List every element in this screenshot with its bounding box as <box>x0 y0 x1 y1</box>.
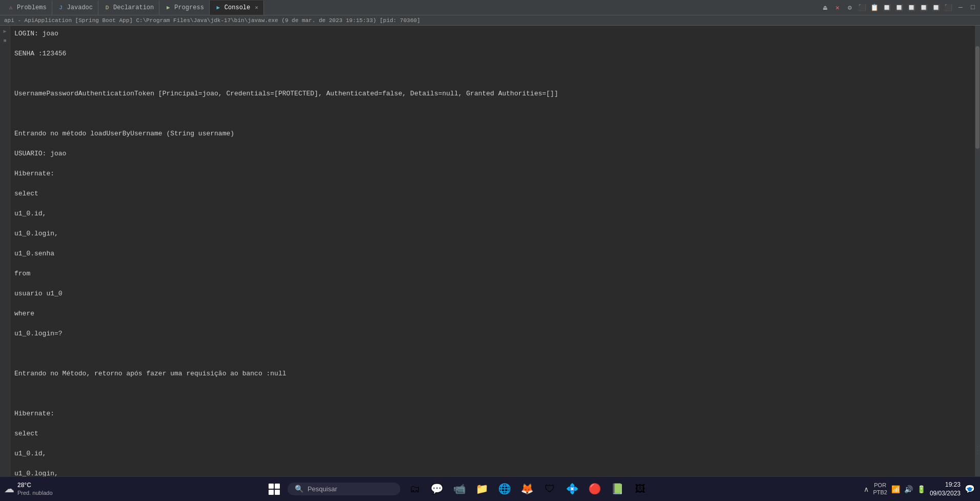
tab-label-javadoc: Javadoc <box>67 4 93 11</box>
console-line: SENHA :123456 <box>14 49 971 59</box>
notification-dot <box>968 487 972 491</box>
gutter-icon-2: ■ <box>2 37 9 44</box>
tab-label-declaration: Declaration <box>113 4 154 11</box>
toolbar-btn-stop[interactable]: ✕ <box>832 3 843 13</box>
taskbar-app-app2[interactable]: 🔴 <box>585 479 605 499</box>
tab-console[interactable]: ▶Console✕ <box>210 1 264 15</box>
console-line: u1_0.id, <box>14 449 971 459</box>
taskbar-app-chat-app[interactable]: 💬 <box>427 479 447 499</box>
taskbar-app-app4[interactable]: 🖼 <box>630 479 650 499</box>
tab-problems[interactable]: ⚠Problems <box>2 1 52 15</box>
tab-label-problems: Problems <box>17 4 47 11</box>
console-line: u1_0.login, <box>14 469 971 476</box>
console-content[interactable]: LOGIN: joaoSENHA :123456 UsernamePasswor… <box>10 26 975 476</box>
console-gutter: ▶ ■ <box>0 26 10 476</box>
console-line <box>14 69 971 79</box>
toolbar-btn-gear[interactable]: ⚙ <box>845 3 855 13</box>
taskbar-left: ☁ 28°C Pred. nublado <box>4 482 53 497</box>
taskbar-right: ∧ PORPTB2 📶 🔊 🔋 19:23 09/03/2023 💬 <box>863 480 976 498</box>
tray-battery[interactable]: 🔋 <box>916 484 927 494</box>
console-line: Entrando no método loadUserByUsername (S… <box>14 129 971 139</box>
console-line: u1_0.login=? <box>14 329 971 339</box>
tab-icon-progress: ▶ <box>165 4 172 11</box>
notification-area[interactable]: 💬 <box>964 483 976 495</box>
tab-label-console: Console <box>224 4 250 11</box>
info-bar-text: api - ApiApplication [Spring Boot App] C… <box>4 17 420 24</box>
tab-icon-problems: ⚠ <box>7 4 14 11</box>
scrollbar-thumb[interactable] <box>975 46 979 149</box>
console-line: select <box>14 429 971 439</box>
weather-widget[interactable]: ☁ 28°C Pred. nublado <box>4 482 53 497</box>
weather-text: 28°C Pred. nublado <box>17 482 53 497</box>
vertical-scrollbar[interactable]: ··· <box>975 26 980 476</box>
console-area: ▶ ■ LOGIN: joaoSENHA :123456 UsernamePas… <box>0 26 980 476</box>
tab-icon-javadoc: J <box>57 4 65 11</box>
tray-lang[interactable]: PORPTB2 <box>872 481 888 496</box>
console-line: where <box>14 309 971 319</box>
console-line: Hibernate: <box>14 409 971 419</box>
console-line: u1_0.id, <box>14 209 971 219</box>
gutter-icon-1: ▶ <box>2 28 9 35</box>
start-button[interactable] <box>265 480 283 498</box>
taskbar-app-security[interactable]: 🛡 <box>540 479 560 499</box>
taskbar-app-app3[interactable]: 📗 <box>607 479 628 499</box>
tab-progress[interactable]: ▶Progress <box>159 1 210 15</box>
console-line: from <box>14 269 971 279</box>
taskbar-app-app1[interactable]: 💠 <box>562 479 583 499</box>
toolbar-btn-clear[interactable]: ⬛ <box>857 3 867 13</box>
tab-icon-console: ▶ <box>215 4 222 11</box>
taskbar-app-video-call[interactable]: 📹 <box>450 479 470 499</box>
taskbar-app-files[interactable]: 📁 <box>472 479 493 499</box>
toolbar-btn-run[interactable]: ⏏ <box>820 3 830 13</box>
toolbar-btn-5[interactable]: 🔲 <box>931 3 941 13</box>
console-line <box>14 389 971 399</box>
tab-declaration[interactable]: DDeclaration <box>98 1 159 15</box>
taskbar-center: 🔍 Pesquisar 🗂💬📹📁🌐🦊🛡💠🔴📗🖼 <box>53 479 863 499</box>
taskbar: ☁ 28°C Pred. nublado 🔍 Pesquisar 🗂💬📹📁🌐🦊🛡… <box>0 476 980 501</box>
tab-javadoc[interactable]: JJavadoc <box>52 1 98 15</box>
taskbar-app-firefox[interactable]: 🦊 <box>517 479 538 499</box>
search-icon: 🔍 <box>295 485 303 493</box>
toolbar-btn-minimize[interactable]: — <box>955 3 966 13</box>
console-line: usuario u1_0 <box>14 289 971 299</box>
console-line: select <box>14 189 971 199</box>
windows-logo <box>269 484 280 495</box>
toolbar-btn-maximize[interactable]: □ <box>968 3 978 13</box>
toolbar-btn-4[interactable]: 🔲 <box>918 3 929 13</box>
toolbar-right: ⏏ ✕ ⚙ ⬛ 📋 🔲 🔲 🔲 🔲 🔲 ⬛ — □ <box>820 3 978 13</box>
info-bar: api - ApiApplication [Spring Boot App] C… <box>0 15 980 26</box>
console-line: Entrando no Método, retorno após fazer u… <box>14 369 971 379</box>
clock-time: 19:23 <box>945 480 961 489</box>
tray-icons: ∧ PORPTB2 📶 🔊 🔋 <box>863 481 927 496</box>
tab-label-progress: Progress <box>174 4 204 11</box>
tab-bar: ⚠ProblemsJJavadocDDeclaration▶Progress▶C… <box>0 0 980 15</box>
toolbar-btn-3[interactable]: 🔲 <box>906 3 916 13</box>
tray-chevron[interactable]: ∧ <box>863 484 870 494</box>
weather-temp: 28°C <box>17 482 53 490</box>
weather-icon: ☁ <box>4 483 14 495</box>
tab-icon-declaration: D <box>104 4 111 11</box>
toolbar-btn-copy[interactable]: 📋 <box>869 3 880 13</box>
toolbar-btn-6[interactable]: ⬛ <box>943 3 953 13</box>
taskbar-app-file-explorer[interactable]: 🗂 <box>404 479 425 499</box>
weather-condition: Pred. nublado <box>17 489 53 496</box>
console-line: Hibernate: <box>14 169 971 179</box>
console-line <box>14 349 971 359</box>
console-line <box>14 109 971 119</box>
console-line: USUARIO: joao <box>14 149 971 159</box>
console-line: LOGIN: joao <box>14 29 971 39</box>
search-placeholder: Pesquisar <box>308 485 337 493</box>
toolbar-btn-2[interactable]: 🔲 <box>894 3 904 13</box>
tray-volume[interactable]: 🔊 <box>903 484 914 494</box>
tray-wifi[interactable]: 📶 <box>890 484 901 494</box>
tab-close-console[interactable]: ✕ <box>255 4 258 11</box>
scrollbar-dots: ··· <box>975 446 980 456</box>
search-bar[interactable]: 🔍 Pesquisar <box>288 483 400 495</box>
console-line: u1_0.senha <box>14 249 971 259</box>
console-line: u1_0.login, <box>14 229 971 239</box>
console-line: UsernamePasswordAuthenticationToken [Pri… <box>14 89 971 99</box>
toolbar-btn-1[interactable]: 🔲 <box>882 3 892 13</box>
taskbar-app-edge[interactable]: 🌐 <box>495 479 515 499</box>
clock-date: 09/03/2023 <box>930 489 961 498</box>
clock[interactable]: 19:23 09/03/2023 <box>930 480 961 498</box>
